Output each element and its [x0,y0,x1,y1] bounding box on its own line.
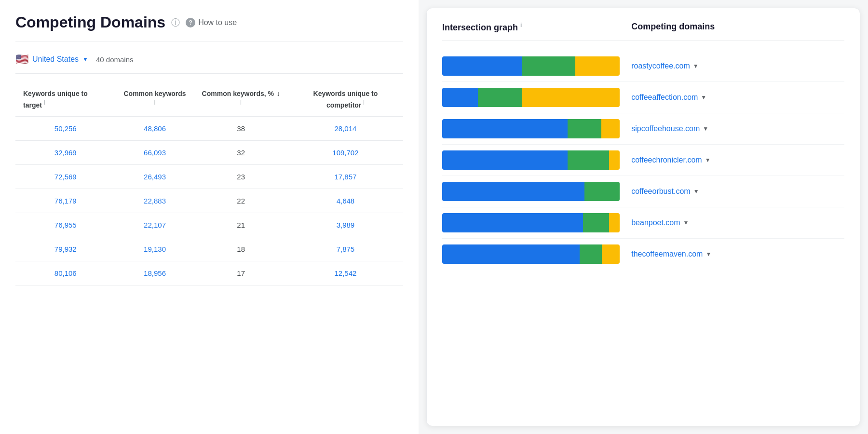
cell-unique-competitor[interactable]: 4,648 [288,189,403,213]
cell-common-keywords[interactable]: 19,130 [116,237,194,261]
domain-dropdown-arrow[interactable]: ▼ [693,63,699,69]
page-title: Competing Domains [15,14,165,31]
domain-dropdown-arrow[interactable]: ▼ [703,125,708,132]
main-panel: Competing Domains ⓘ ? How to use 🇺🇸 Unit… [0,0,419,434]
right-rows-container: roastycoffee.com ▼ coffeeaffection.com ▼… [442,51,844,270]
cell-unique-target[interactable]: 80,106 [15,261,116,285]
bar-segment-blue [442,119,568,138]
bar-segment-blue [442,150,568,170]
right-panel-row: beanpoet.com ▼ [442,207,844,239]
col-info-unique-target[interactable]: i [44,99,45,106]
col-header-unique-target: Keywords unique to target i [15,83,116,116]
domain-name: sipcoffeehouse.com [631,124,700,133]
cell-unique-target[interactable]: 50,256 [15,116,116,141]
cell-unique-target[interactable]: 76,179 [15,189,116,213]
cell-unique-competitor[interactable]: 109,702 [288,140,403,164]
bar-segment-blue [442,182,584,201]
bar-segment-green [522,56,575,76]
cell-common-pct: 17 [194,261,288,285]
cell-unique-competitor[interactable]: 3,989 [288,213,403,237]
col-info-common-pct[interactable]: i [240,99,242,106]
intersection-bar [442,88,620,107]
intersection-info-icon[interactable]: i [520,22,522,28]
table-header-row: Keywords unique to target i Common keywo… [15,83,403,116]
country-name: United States [32,55,79,64]
cell-unique-competitor[interactable]: 7,875 [288,237,403,261]
col-info-common-keywords[interactable]: i [154,99,156,106]
right-panel-header: Intersection graph i Competing domains [442,22,844,41]
bar-segment-green [583,213,609,232]
intersection-bar [442,56,620,76]
domain-dropdown-arrow[interactable]: ▼ [705,251,711,258]
intersection-bar [442,244,620,264]
domain-name: coffeechronicler.com [631,156,702,164]
how-to-use-link[interactable]: ? How to use [186,18,237,27]
table-row: 80,106 18,956 17 12,542 [15,261,403,285]
country-flag: 🇺🇸 [15,53,28,66]
title-info-icon[interactable]: ⓘ [171,17,180,28]
how-to-use-icon: ? [186,18,195,27]
table-row: 79,932 19,130 18 7,875 [15,237,403,261]
cell-common-keywords[interactable]: 18,956 [116,261,194,285]
country-selector[interactable]: 🇺🇸 United States ▼ [15,53,88,66]
domain-link-0[interactable]: roastycoffee.com ▼ [620,62,844,70]
cell-common-keywords[interactable]: 22,883 [116,189,194,213]
competing-domains-header: Competing domains [620,22,844,33]
domain-name: coffeeaffection.com [631,93,698,102]
domain-link-6[interactable]: thecoffeemaven.com ▼ [620,250,844,258]
right-panel-row: coffeeorbust.com ▼ [442,176,844,207]
domain-link-5[interactable]: beanpoet.com ▼ [620,218,844,227]
domain-name: roastycoffee.com [631,62,690,70]
domain-link-1[interactable]: coffeeaffection.com ▼ [620,93,844,102]
competing-domains-table: Keywords unique to target i Common keywo… [15,83,403,285]
domain-dropdown-arrow[interactable]: ▼ [683,219,689,226]
page-header: Competing Domains ⓘ ? How to use [15,14,403,41]
col-header-common-pct[interactable]: Common keywords, % ↓ i [194,83,288,116]
domain-name: coffeeorbust.com [631,187,690,196]
bar-segment-green [568,119,602,138]
cell-common-keywords[interactable]: 48,806 [116,116,194,141]
right-panel-row: coffeeaffection.com ▼ [442,82,844,113]
cell-unique-target[interactable]: 76,955 [15,213,116,237]
domain-dropdown-arrow[interactable]: ▼ [701,94,706,101]
bar-segment-yellow [609,213,620,232]
cell-unique-target[interactable]: 72,569 [15,164,116,189]
filter-bar: 🇺🇸 United States ▼ 40 domains [15,53,403,74]
cell-common-keywords[interactable]: 26,493 [116,164,194,189]
domain-dropdown-arrow[interactable]: ▼ [693,188,699,195]
domains-count: 40 domains [96,55,134,64]
bar-segment-yellow [609,150,620,170]
intersection-bar [442,150,620,170]
domain-dropdown-arrow[interactable]: ▼ [705,157,711,163]
cell-common-pct: 21 [194,213,288,237]
domain-link-4[interactable]: coffeeorbust.com ▼ [620,187,844,196]
cell-common-pct: 23 [194,164,288,189]
cell-common-keywords[interactable]: 22,107 [116,213,194,237]
bar-segment-yellow [575,56,620,76]
domain-link-2[interactable]: sipcoffeehouse.com ▼ [620,124,844,133]
col-info-unique-competitor[interactable]: i [363,99,365,106]
domain-link-3[interactable]: coffeechronicler.com ▼ [620,156,844,164]
cell-unique-target[interactable]: 79,932 [15,237,116,261]
bar-segment-blue [442,213,583,232]
bar-segment-yellow [601,119,620,138]
bar-segment-blue [442,244,580,264]
table-row: 32,969 66,093 32 109,702 [15,140,403,164]
cell-common-keywords[interactable]: 66,093 [116,140,194,164]
cell-unique-target[interactable]: 32,969 [15,140,116,164]
right-panel: Intersection graph i Competing domains r… [426,8,860,426]
bar-segment-blue [442,88,478,107]
intersection-bar [442,213,620,232]
cell-unique-competitor[interactable]: 12,542 [288,261,403,285]
cell-unique-competitor[interactable]: 28,014 [288,116,403,141]
cell-unique-competitor[interactable]: 17,857 [288,164,403,189]
col-header-common-keywords: Common keywords i [116,83,194,116]
sort-arrow-common-pct: ↓ [277,89,280,99]
domain-name: thecoffeemaven.com [631,250,703,258]
domain-name: beanpoet.com [631,218,680,227]
bar-segment-yellow [602,244,620,264]
how-to-use-label: How to use [198,18,237,27]
bar-segment-green [478,88,522,107]
bar-segment-green [568,150,610,170]
bar-segment-blue [442,56,522,76]
